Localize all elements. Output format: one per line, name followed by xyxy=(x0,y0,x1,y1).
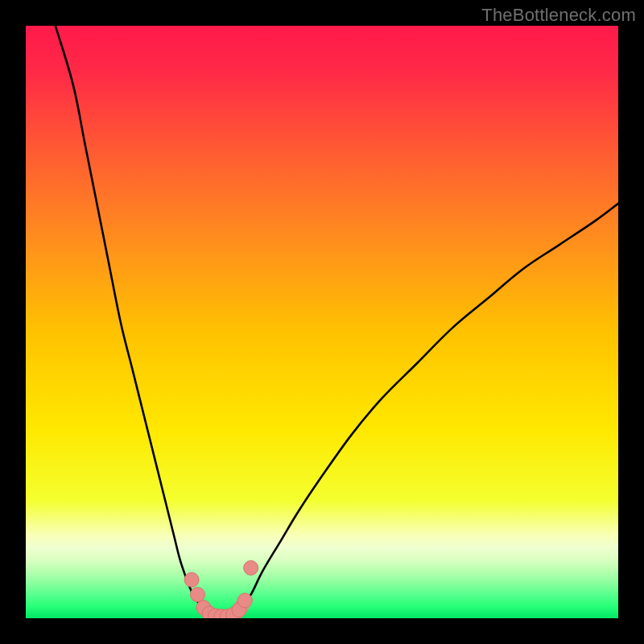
curve-layer xyxy=(26,26,618,618)
marker-dot xyxy=(184,572,199,587)
marker-dot xyxy=(237,593,252,608)
chart-frame: TheBottleneck.com xyxy=(0,0,644,644)
marker-dot xyxy=(244,560,258,575)
plot-area xyxy=(26,26,618,618)
watermark-text: TheBottleneck.com xyxy=(481,5,636,26)
bottleneck-curve xyxy=(56,26,618,617)
marker-dot xyxy=(190,588,204,602)
